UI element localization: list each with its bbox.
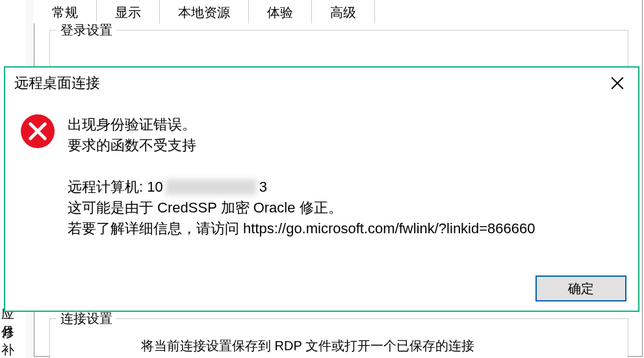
tab-experience[interactable]: 体验 [249, 0, 312, 23]
error-dialog: 远程桌面连接 出现身份验证错误。 要求的函数不受支持 远程计算机: 10 [4, 66, 639, 312]
remote-prefix: 远程计算机: 10 [68, 177, 163, 198]
remote-suffix: 3 [259, 177, 267, 198]
dialog-titlebar: 远程桌面连接 [5, 68, 638, 96]
msg-line-4: 这可能是由于 CredSSP 加密 Oracle 修正。 [68, 198, 625, 218]
ok-button[interactable]: 确定 [535, 275, 626, 301]
msg-line-2: 要求的函数不受支持 [68, 135, 625, 156]
msg-line-5: 若要了解详细信息，请访问 https://go.microsoft.com/fw… [68, 218, 625, 239]
dialog-title: 远程桌面连接 [14, 73, 100, 93]
error-x-icon [21, 114, 55, 148]
tabs-row: 常规 显示 本地资源 体验 高级 [34, 0, 375, 23]
left-label-b: 修补 [1, 324, 26, 358]
close-icon [611, 77, 624, 90]
tab-display[interactable]: 显示 [97, 0, 160, 23]
close-button[interactable] [603, 71, 632, 95]
msg-line-1: 出现身份验证错误。 [68, 114, 625, 135]
tab-local[interactable]: 本地资源 [160, 0, 249, 23]
redacted-ip [166, 179, 257, 195]
message-column: 出现身份验证错误。 要求的函数不受支持 远程计算机: 10 3 这可能是由于 C… [68, 114, 625, 239]
msg-remote-computer: 远程计算机: 10 3 [68, 177, 625, 198]
icon-column [21, 114, 68, 239]
connection-settings-label: 连接设置 [57, 310, 116, 327]
connection-settings-hint: 将当前连接设置保存到 RDP 文件或打开一个已保存的连接 [141, 337, 474, 355]
tab-general[interactable]: 常规 [34, 0, 97, 23]
login-settings-label: 登录设置 [57, 21, 116, 39]
tab-advanced[interactable]: 高级 [312, 0, 375, 23]
login-settings-group: 登录设置 [49, 30, 628, 69]
connection-settings-group: 连接设置 将当前连接设置保存到 RDP 文件或打开一个已保存的连接 [49, 318, 628, 358]
dialog-footer: 确定 [535, 275, 626, 301]
dialog-body: 出现身份验证错误。 要求的函数不受支持 远程计算机: 10 3 这可能是由于 C… [5, 96, 638, 246]
